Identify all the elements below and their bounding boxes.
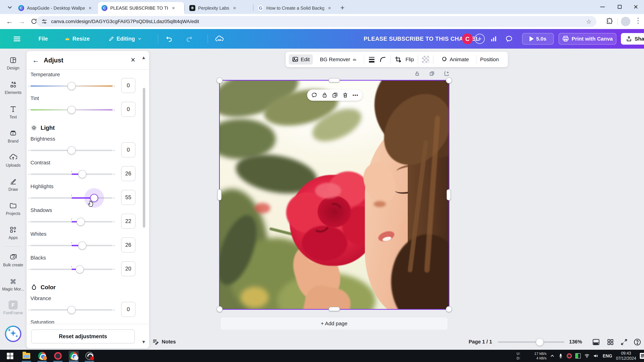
back-arrow-button[interactable]: ← [32, 56, 40, 64]
flip-button[interactable]: Flip [406, 56, 414, 62]
crop-icon[interactable] [394, 56, 402, 63]
canva-assistant-button[interactable] [5, 326, 21, 342]
tab-close-icon[interactable]: × [233, 5, 236, 11]
browser-tab-1[interactable]: C AsapGuide - Desktop Wallpap... × [15, 2, 97, 14]
edit-button[interactable]: Edit [289, 54, 313, 64]
chrome-active-icon[interactable] [68, 351, 79, 361]
panel-close-button[interactable]: × [129, 56, 137, 64]
extensions-icon[interactable] [606, 17, 614, 25]
file-menu[interactable]: File [38, 29, 48, 49]
canvas-image[interactable] [220, 80, 449, 309]
zoom-slider-handle[interactable] [536, 338, 544, 346]
tray-expand-chevron[interactable] [550, 350, 555, 362]
microphone-tray-icon[interactable] [558, 350, 564, 362]
position-button[interactable]: Position [480, 56, 499, 62]
home-menu-icon[interactable] [14, 29, 20, 49]
comments-icon[interactable] [506, 29, 513, 49]
profile-avatar[interactable] [621, 17, 630, 26]
slider-value-vibrance[interactable]: 0 [121, 302, 136, 317]
resize-handle-bottom-right[interactable] [446, 306, 452, 312]
resize-handle-bottom-left[interactable] [217, 306, 222, 312]
resize-handle-top[interactable] [329, 78, 340, 82]
present-timer-button[interactable]: 5.0s [522, 33, 554, 44]
resize-handle-bottom[interactable] [329, 307, 340, 311]
animate-button[interactable]: Animate [437, 54, 472, 65]
notification-center-icon[interactable] [640, 350, 644, 362]
sidebar-item-draw[interactable]: Draw [0, 178, 26, 192]
slider-value-shadows[interactable]: 22 [121, 214, 136, 229]
editing-mode-menu[interactable]: Editing [108, 29, 142, 49]
slider-handle[interactable] [68, 146, 76, 154]
print-with-canva-button[interactable]: Print with Canva [558, 33, 616, 44]
clock-tray[interactable]: 09:4307/12/2024 [616, 350, 636, 362]
file-explorer-icon[interactable] [21, 351, 32, 361]
slider-track[interactable] [30, 109, 113, 110]
slider-value-brightness[interactable]: 0 [121, 142, 136, 157]
share-button[interactable]: Share [621, 33, 644, 44]
duplicate-page-icon[interactable] [429, 70, 435, 77]
tab-close-icon[interactable]: × [88, 5, 92, 11]
slider-track[interactable] [30, 173, 113, 175]
sidebar-item-uploads[interactable]: Uploads [0, 154, 26, 168]
opera-icon[interactable] [53, 351, 63, 361]
chrome-icon[interactable] [37, 351, 47, 361]
sidebar-item-magic-morph[interactable]: Magic Mor... [0, 277, 26, 292]
delete-icon[interactable] [342, 92, 348, 98]
more-options-icon[interactable]: ••• [352, 92, 358, 98]
slider-track[interactable] [30, 221, 113, 222]
window-minimize-button[interactable] [598, 2, 607, 11]
add-page-button[interactable]: + Add page [220, 317, 448, 330]
tab-search-chevron[interactable] [6, 4, 13, 11]
new-tab-button[interactable]: + [340, 4, 344, 12]
cloud-sync-icon[interactable] [215, 29, 224, 49]
window-close-button[interactable]: × [632, 2, 640, 11]
sidebar-item-elements[interactable]: Elements [0, 81, 26, 95]
presentation-view-icon[interactable] [592, 338, 600, 347]
site-info-icon[interactable] [41, 18, 47, 24]
fullscreen-icon[interactable] [620, 338, 628, 347]
bg-remover-button[interactable]: BG Remover [317, 55, 360, 64]
back-button[interactable]: ← [4, 16, 14, 26]
stroke-weight-icon[interactable] [368, 56, 376, 63]
slider-value-whites[interactable]: 26 [121, 238, 136, 253]
grid-view-icon[interactable] [606, 338, 615, 347]
slider-value-blacks[interactable]: 20 [121, 261, 136, 276]
lock-icon[interactable] [322, 92, 328, 98]
obs-tray-icon[interactable] [567, 350, 572, 362]
resize-handle-top-left[interactable] [217, 77, 222, 83]
wifi-tray-icon[interactable] [584, 350, 590, 362]
language-indicator[interactable]: ENG [603, 350, 612, 362]
resize-handle-top-right[interactable] [446, 77, 452, 83]
add-member-button[interactable]: + [474, 29, 485, 49]
slider-handle[interactable] [76, 265, 84, 273]
slider-track[interactable] [30, 309, 113, 311]
resize-handle-right[interactable] [446, 189, 451, 200]
slider-value-contrast[interactable]: 26 [121, 166, 136, 181]
sidebar-item-text[interactable]: Text [0, 105, 26, 119]
resize-menu[interactable]: Resize [65, 29, 90, 49]
unlock-icon[interactable] [414, 70, 420, 77]
slider-handle[interactable] [77, 218, 85, 226]
notes-button[interactable]: Notes [152, 338, 176, 345]
slider-value-temperature[interactable]: 0 [121, 78, 136, 93]
slider-track[interactable] [30, 197, 113, 199]
slider-value-highlights[interactable]: 55 [121, 190, 136, 205]
tab-close-icon[interactable]: × [328, 5, 331, 11]
slider-track[interactable] [30, 85, 113, 87]
slider-handle[interactable] [78, 242, 86, 250]
tab-close-icon[interactable]: × [172, 5, 175, 11]
browser-tab-4[interactable]: G How to Create a Solid Backgro... × [254, 2, 336, 14]
sidebar-item-apps[interactable]: Apps [0, 226, 26, 240]
scroll-down-icon[interactable]: ▼ [142, 339, 146, 345]
start-button[interactable] [5, 351, 15, 361]
scroll-up-icon[interactable]: ▲ [142, 55, 146, 60]
slider-handle[interactable] [68, 106, 76, 114]
app-tray-icon[interactable] [576, 350, 581, 362]
account-avatar[interactable]: C [462, 29, 473, 49]
slider-handle[interactable] [68, 306, 76, 314]
help-icon[interactable] [633, 338, 642, 347]
sidebar-item-bulk-create[interactable]: Bulk create [0, 253, 26, 267]
insights-icon[interactable] [490, 29, 497, 49]
add-page-icon[interactable] [444, 70, 450, 77]
redo-button[interactable] [186, 29, 193, 49]
